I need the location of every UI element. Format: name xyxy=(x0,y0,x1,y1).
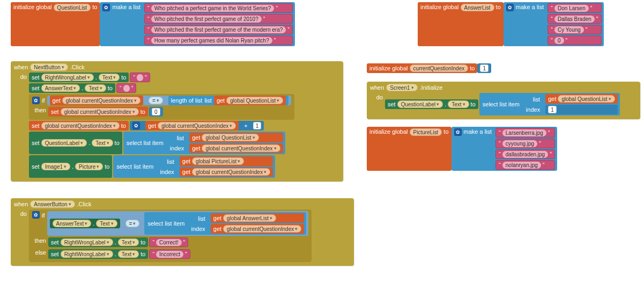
var-ref[interactable]: global currentQuestionIndex xyxy=(61,108,139,115)
op-equals[interactable]: = xyxy=(149,97,163,104)
equals-block[interactable]: get global currentQuestionIndex = length… xyxy=(47,96,292,105)
init-global-picturelist[interactable]: initialize global PictureList to xyxy=(367,127,451,171)
when-nextbutton-click[interactable]: when NextButton .Click do set RightWrong… xyxy=(11,61,343,182)
prop-text[interactable]: Text xyxy=(85,84,106,92)
component-answerbutton[interactable]: AnswerButton xyxy=(30,200,75,208)
get-cqi[interactable]: get global currentQuestionIndex xyxy=(145,121,239,131)
number-block[interactable]: 1 xyxy=(545,105,617,114)
text-literal-correct[interactable]: “Correct!” xyxy=(149,237,188,247)
component-screen1[interactable]: Screen1 xyxy=(386,84,417,91)
length-of-list[interactable]: length of list list get global QuestionL… xyxy=(168,96,289,105)
select-list-item[interactable]: select list item list index get global P… xyxy=(113,155,275,178)
var-ref[interactable]: global currentQuestionIndex xyxy=(192,168,270,176)
number-block[interactable]: 1 xyxy=(477,63,491,73)
text-literal-empty[interactable]: “” xyxy=(130,73,150,82)
select-list-item[interactable]: select list item list index get global xyxy=(144,212,306,235)
component-answertext[interactable]: AnswerText xyxy=(41,84,80,92)
prop-text[interactable]: Text xyxy=(99,74,120,81)
get-cqi[interactable]: get global currentQuestionIndex xyxy=(189,143,283,153)
list-item[interactable]: “Dallas Braden” xyxy=(547,14,601,24)
select-list-item[interactable]: select list item list index get global Q… xyxy=(479,93,620,115)
get-global-questionlist[interactable]: get global QuestionList xyxy=(214,96,286,105)
set-rightwronglabel-text[interactable]: set RightWrongLabel . Text to xyxy=(29,73,129,82)
list-item[interactable]: “Who pitched the first perfect game of t… xyxy=(144,25,293,34)
number-block[interactable]: 0 xyxy=(149,107,163,117)
init-global-questionlist[interactable]: initialize global QuestionList to xyxy=(11,2,100,46)
gear-icon[interactable] xyxy=(102,4,110,11)
var-ref[interactable]: global QuestionList xyxy=(558,95,615,103)
var-ref[interactable]: global currentQuestionIndex xyxy=(223,225,301,233)
get-global-questionlist[interactable]: get global QuestionList xyxy=(189,133,283,142)
list-item[interactable]: “How many perfect games did Nolan Ryan p… xyxy=(144,35,293,45)
kw-when: when xyxy=(14,64,28,70)
when-answerbutton-click[interactable]: when AnswerButton .Click do if AnswerTex… xyxy=(11,198,354,266)
gear-icon[interactable] xyxy=(506,4,514,11)
var-ref[interactable]: global currentQuestionIndex xyxy=(62,97,140,104)
text-literal-incorrect[interactable]: “Incorrect” xyxy=(149,249,190,259)
gear-icon[interactable] xyxy=(32,97,40,104)
list-item[interactable]: “Larsenberra.jpg” xyxy=(495,128,555,138)
make-a-list-block[interactable]: make a list xyxy=(504,2,547,46)
set-cqi[interactable]: set global currentQuestionIndex to xyxy=(48,107,148,117)
prop-text[interactable]: Text xyxy=(118,250,139,258)
component-rightwronglabel[interactable]: RightWrongLabel xyxy=(61,250,113,258)
list-item[interactable]: “dallasbraden.jpg” xyxy=(495,149,555,159)
list-item[interactable]: “cyyoung.jpg” xyxy=(495,139,555,148)
gear-icon[interactable] xyxy=(454,128,462,136)
list-item[interactable]: “Who pitched a perfect game in the World… xyxy=(144,3,293,13)
select-list-item[interactable]: select list item list index get global Q… xyxy=(123,132,285,154)
prop-text[interactable]: Text xyxy=(92,139,113,147)
set-answertext-text[interactable]: set AnswerText . Text to xyxy=(29,83,115,93)
component-rightwronglabel[interactable]: RightWrongLabel xyxy=(41,74,94,81)
component-nextbutton[interactable]: NextButton xyxy=(30,63,68,71)
if-block[interactable]: if get global currentQuestionIndex = xyxy=(29,94,294,120)
list-item[interactable]: “Cy Young” xyxy=(547,25,601,34)
init-global-answerlist[interactable]: initialize global AnswerList to xyxy=(418,2,504,46)
var-ref[interactable]: global PictureList xyxy=(192,157,244,165)
var-ref[interactable]: global QuestionList xyxy=(202,134,258,141)
list-item[interactable]: “Don Larsen” xyxy=(547,3,601,13)
get-global-picturelist[interactable]: get global PictureList xyxy=(180,156,273,166)
var-ref[interactable]: global currentQuestionIndex xyxy=(41,122,120,129)
var-ref[interactable]: global QuestionList xyxy=(226,97,283,104)
make-a-list-block[interactable]: make a list xyxy=(451,127,495,171)
init-global-cqi[interactable]: initialize global currentQuestionIndex t… xyxy=(367,63,477,73)
prop-text[interactable]: Text xyxy=(448,100,469,108)
set-cqi[interactable]: set global currentQuestionIndex to xyxy=(29,121,129,131)
set-image1-picture[interactable]: set Image1 . Picture to xyxy=(29,155,112,178)
get-cqi[interactable]: get global currentQuestionIndex xyxy=(180,167,273,177)
when-screen1-initialize[interactable]: when Screen1 .Initialize do set Question… xyxy=(367,82,640,119)
get-global-questionlist[interactable]: get global QuestionList xyxy=(545,94,617,104)
get-answertext-text[interactable]: AnswerText . Text xyxy=(50,219,120,228)
component-image1[interactable]: Image1 xyxy=(41,163,70,170)
list-item[interactable]: “0” xyxy=(547,35,601,45)
component-rightwronglabel[interactable]: RightWrongLabel xyxy=(61,238,113,246)
prop-text[interactable]: Text xyxy=(96,220,117,227)
plus-block[interactable]: get global currentQuestionIndex + 1 xyxy=(130,121,264,131)
prop-text[interactable]: Text xyxy=(118,238,139,246)
var-ref[interactable]: global currentQuestionIndex xyxy=(158,122,236,129)
set-rightwronglabel-text[interactable]: set RightWrongLabel . Text to xyxy=(48,237,148,247)
component-questionlabel[interactable]: QuestionLabel xyxy=(41,139,87,147)
kw-dot: . xyxy=(72,163,73,170)
get-global-answerlist[interactable]: get global AnswerList xyxy=(211,213,304,223)
list-item[interactable]: “Who pitched the first perfect game of 2… xyxy=(144,14,293,24)
set-questionlabel-text[interactable]: set QuestionLabel . Text to xyxy=(385,99,478,109)
if-else-block[interactable]: if AnswerText . Text = xyxy=(29,209,312,262)
var-ref[interactable]: global currentQuestionIndex xyxy=(202,144,280,152)
set-rightwronglabel-text[interactable]: set RightWrongLabel . Text to xyxy=(48,249,148,259)
make-a-list-block[interactable]: make a list xyxy=(100,2,143,46)
gear-icon[interactable] xyxy=(132,122,140,129)
component-questionlabel[interactable]: QuestionLabel xyxy=(397,100,443,108)
list-item[interactable]: “nolanryan.jpg” xyxy=(495,160,555,170)
var-ref[interactable]: global AnswerList xyxy=(223,214,276,222)
prop-picture[interactable]: Picture xyxy=(75,163,103,170)
gear-icon[interactable] xyxy=(32,211,40,219)
component-answertext[interactable]: AnswerText xyxy=(53,220,92,227)
equals-block[interactable]: AnswerText . Text = select list item xyxy=(47,211,309,236)
get-cqi[interactable]: get global currentQuestionIndex xyxy=(50,96,143,105)
set-questionlabel-text[interactable]: set QuestionLabel . Text to xyxy=(29,132,122,154)
text-literal-empty[interactable]: “” xyxy=(116,83,136,93)
op-equals[interactable]: = xyxy=(125,220,140,227)
get-cqi[interactable]: get global currentQuestionIndex xyxy=(211,224,304,234)
